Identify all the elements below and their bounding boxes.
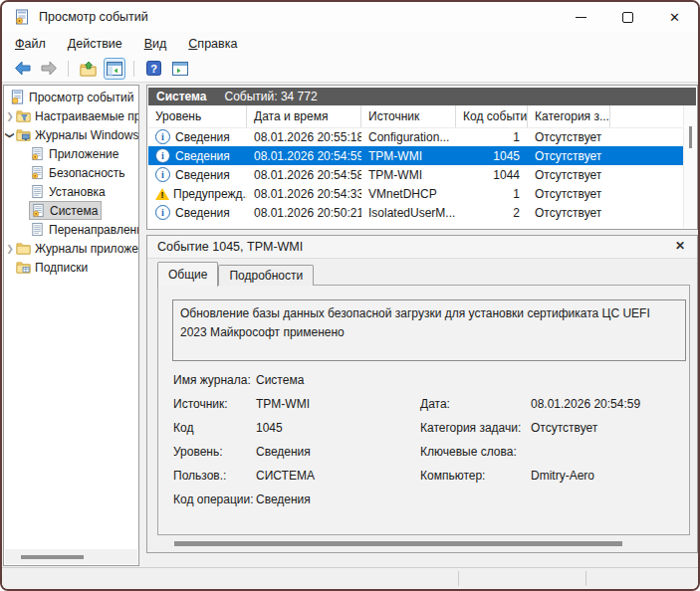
event-fields: Имя журнала: Система Источник: TPM-WMI К…: [158, 373, 689, 522]
menubar: Файл Действие Вид Справка: [2, 32, 698, 55]
log-file-icon: [30, 165, 45, 180]
tree-item-event-viewer-root[interactable]: Просмотр событий: [4, 88, 138, 106]
tree-item-forwarded-events-log[interactable]: Перенаправленные события: [4, 220, 138, 239]
field-label-level: Уровень:: [173, 445, 223, 461]
tree-item-application-log[interactable]: Приложение: [4, 144, 138, 163]
open-saved-log-button[interactable]: [77, 58, 99, 80]
event-category: Отсутствует: [528, 130, 610, 144]
field-value-computer: Dmitry-Aero: [531, 469, 594, 485]
chevron-right-icon: ❯: [4, 244, 16, 254]
close-button[interactable]: ✕: [651, 2, 698, 32]
tree-item-apps-services-logs[interactable]: ❯ Журналы приложений и служб: [4, 239, 138, 258]
event-level: Сведения: [175, 130, 230, 144]
field-value-task-category: Отсутствует: [531, 421, 597, 437]
event-datetime: 08.01.2026 20:54:33: [247, 187, 361, 201]
event-id: 2: [456, 206, 528, 220]
event-detail-pane: Событие 1045, TPM-WMI ✕ Общие Подробност…: [146, 235, 698, 553]
column-filler: [610, 105, 683, 127]
tree-item-label: Журналы приложений и служб: [35, 242, 139, 256]
event-datetime: 08.01.2026 20:54:59: [247, 149, 361, 163]
tree-item-subscriptions[interactable]: Подписки: [4, 258, 138, 277]
column-level[interactable]: Уровень: [148, 105, 247, 127]
event-source: IsolatedUserM...: [361, 206, 456, 220]
event-description[interactable]: Обновление базы данных безопасной загруз…: [172, 299, 686, 361]
event-datetime: 08.01.2026 20:55:18: [247, 130, 361, 144]
folder-up-icon: [80, 61, 97, 77]
info-icon: i: [155, 148, 170, 163]
field-label-log-name: Имя журнала:: [173, 373, 251, 389]
event-row[interactable]: iСведения 08.01.2026 20:55:18 Configurat…: [148, 127, 683, 146]
panel-splitter[interactable]: [139, 85, 146, 566]
forward-button[interactable]: [38, 58, 60, 80]
event-id: 1044: [456, 168, 528, 182]
tree-item-setup-log[interactable]: Установка: [4, 182, 138, 201]
field-value-user: СИСТЕМА: [256, 469, 315, 485]
tree-item-label: Журналы Windows: [35, 128, 138, 142]
console-tree-panel: Просмотр событий ❯ Настраиваемые предста…: [3, 85, 139, 566]
log-file-plain-icon: [30, 184, 45, 199]
column-task-category[interactable]: Категория з...: [528, 105, 610, 127]
field-value-opcode: Сведения: [256, 492, 311, 508]
column-event-id[interactable]: Код события: [456, 105, 528, 127]
close-icon: ✕: [669, 11, 680, 24]
event-row[interactable]: Предупрежд... 08.01.2026 20:54:33 VMnetD…: [148, 184, 683, 203]
log-file-plain-icon: [30, 222, 45, 237]
console-tree: Просмотр событий ❯ Настраиваемые предста…: [4, 86, 138, 277]
event-category: Отсутствует: [528, 149, 610, 163]
column-datetime[interactable]: Дата и время: [247, 105, 361, 127]
menu-help[interactable]: Справка: [177, 37, 248, 51]
event-row-selected[interactable]: iСведения 08.01.2026 20:54:59 TPM-WMI 10…: [148, 146, 683, 165]
tree-horizontal-scrollbar[interactable]: [5, 549, 137, 564]
event-datetime: 08.01.2026 20:54:58: [247, 168, 361, 182]
event-category: Отсутствует: [528, 206, 610, 220]
event-list-vertical-scrollbar[interactable]: [683, 105, 696, 228]
forward-arrow-icon: [41, 61, 58, 76]
field-label-computer: Компьютер:: [420, 469, 485, 485]
field-label-event-id: Код: [173, 421, 193, 437]
tree-item-system-log[interactable]: Система: [4, 201, 138, 220]
subscriptions-folder-icon: [16, 260, 31, 275]
menu-action[interactable]: Действие: [57, 37, 133, 51]
minimize-button[interactable]: [558, 2, 604, 32]
detail-tabs: Общие Подробности: [157, 262, 314, 286]
field-value-event-id: 1045: [256, 421, 283, 437]
toolbar-separator: [133, 61, 134, 77]
tree-item-label: Безопасность: [49, 166, 125, 180]
custom-views-folder-icon: [16, 108, 31, 123]
event-id: 1045: [456, 149, 528, 163]
menu-file[interactable]: Файл: [4, 37, 57, 51]
event-row[interactable]: iСведения 08.01.2026 20:50:21 IsolatedUs…: [148, 203, 683, 222]
info-icon: i: [155, 205, 170, 220]
detail-horizontal-scrollbar-thumb[interactable]: [174, 541, 622, 546]
event-level: Сведения: [175, 206, 230, 220]
console-tree-toggle-button[interactable]: [104, 58, 125, 80]
maximize-button[interactable]: [604, 2, 651, 32]
tree-item-security-log[interactable]: Безопасность: [4, 163, 138, 182]
windows-logs-folder-icon: [16, 127, 31, 142]
event-viewer-window: Просмотр событий ✕ Файл Действие Вид Спр…: [0, 0, 700, 591]
detail-pane-header: Событие 1045, TPM-WMI ✕: [147, 236, 697, 259]
scrollbar-thumb[interactable]: [689, 126, 692, 148]
tab-details[interactable]: Подробности: [218, 265, 314, 286]
tab-general-page: Обновление базы данных безопасной загруз…: [157, 285, 690, 535]
warning-icon: [155, 187, 170, 201]
detail-close-button[interactable]: ✕: [675, 239, 685, 253]
field-label-keywords: Ключевые слова:: [420, 445, 517, 461]
field-label-user: Пользов.:: [173, 469, 226, 485]
menu-view[interactable]: Вид: [133, 37, 178, 51]
column-source[interactable]: Источник: [361, 105, 456, 127]
tab-general[interactable]: Общие: [157, 262, 218, 287]
event-list-panel: Система Событий: 34 772 Уровень Дата и в…: [146, 85, 698, 230]
tree-scrollbar-thumb[interactable]: [21, 555, 84, 559]
help-button[interactable]: ?: [142, 58, 164, 80]
tree-item-windows-logs[interactable]: ❯ Журналы Windows: [4, 125, 138, 144]
back-button[interactable]: [11, 58, 33, 80]
event-row[interactable]: iСведения 08.01.2026 20:54:58 TPM-WMI 10…: [148, 165, 683, 184]
action-pane-toggle-button[interactable]: [169, 58, 191, 80]
log-name: Система: [156, 90, 207, 103]
tree-item-custom-views[interactable]: ❯ Настраиваемые представления: [4, 106, 138, 125]
folder-icon: [16, 241, 31, 256]
field-label-date: Дата:: [420, 397, 450, 413]
tree-item-label: Настраиваемые представления: [35, 109, 139, 123]
log-header-bar: Система Событий: 34 772: [148, 88, 696, 105]
